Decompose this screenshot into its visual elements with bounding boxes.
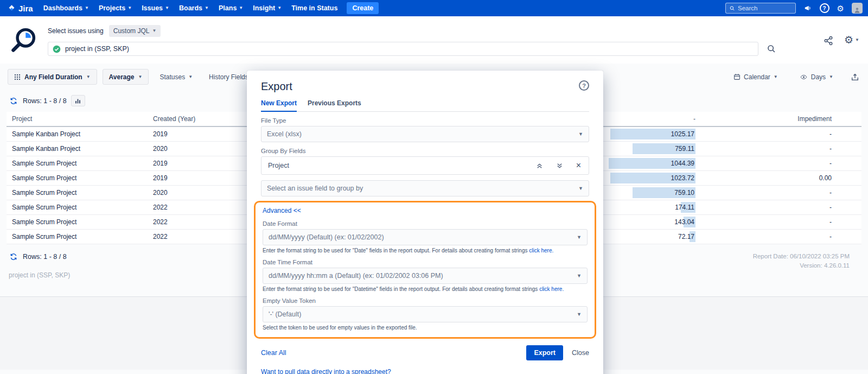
cell-created-year: 2019: [153, 130, 245, 138]
cell-project: Sample Scrum Project: [12, 174, 153, 182]
remove-group-icon[interactable]: ×: [575, 160, 582, 171]
spreadsheet-link[interactable]: Want to pull data directly into a spread…: [261, 368, 391, 374]
share-icon[interactable]: [822, 35, 834, 47]
query-right-cluster: ⚙ ▼: [822, 23, 859, 56]
footer-jql-text: project in (SSP, SKP): [9, 271, 70, 279]
close-button[interactable]: Close: [572, 349, 589, 357]
tab-previous-exports[interactable]: Previous Exports: [308, 99, 361, 111]
col-header-impediment[interactable]: Impediment: [695, 115, 856, 123]
jira-logo[interactable]: Jira: [5, 4, 39, 13]
nav-plans[interactable]: Plans▼: [214, 4, 248, 12]
cell-project: Sample Scrum Project: [12, 218, 153, 226]
chevron-down-icon: ▼: [577, 274, 582, 278]
file-type-select[interactable]: Excel (xlsx) ▼: [261, 126, 589, 142]
field-duration-dropdown[interactable]: Any Field Duration ▼: [8, 69, 97, 85]
datetime-format-select[interactable]: dd/MM/yyyy hh:mm a (Default) (ex: 01/02/…: [263, 268, 588, 284]
user-avatar[interactable]: [852, 3, 863, 14]
cell-value: 759.11: [609, 142, 695, 156]
cell-project: Sample Kanban Project: [12, 145, 153, 153]
run-search-icon[interactable]: [766, 43, 777, 54]
report-settings-dropdown[interactable]: ⚙ ▼: [844, 35, 859, 45]
cell-value: 143.04: [609, 215, 695, 229]
export-icon[interactable]: [850, 72, 860, 83]
create-button[interactable]: Create: [347, 2, 379, 14]
jql-query-input[interactable]: [65, 45, 754, 53]
global-search[interactable]: [725, 3, 796, 14]
date-format-select[interactable]: dd/MM/yyyy (Default) (ex: 01/02/2002) ▼: [263, 229, 588, 245]
export-modal: Export ? New Export Previous Exports Fil…: [247, 71, 603, 374]
cell-project: Sample Scrum Project: [12, 204, 153, 211]
gear-icon: ⚙: [844, 35, 853, 45]
days-units-dropdown[interactable]: Days ▼: [794, 69, 839, 85]
nav-issues[interactable]: Issues▼: [137, 4, 174, 12]
modal-help-icon[interactable]: ?: [579, 80, 589, 91]
help-icon[interactable]: ?: [820, 3, 829, 13]
cell-value: 72.17: [609, 230, 695, 244]
query-section: Select issues using Custom JQL ▼: [0, 16, 868, 64]
rows-count-label-bottom: Rows: 1 - 8 / 8: [23, 253, 67, 261]
valid-check-icon: [53, 45, 61, 53]
cell-value: 1044.39: [609, 156, 695, 170]
date-format-click-here-link[interactable]: click here.: [529, 248, 553, 253]
nav-insight[interactable]: Insight▼: [248, 4, 286, 12]
version-label: Version: 4.26.0.11: [753, 261, 850, 270]
nav-dashboards[interactable]: Dashboards▼: [39, 4, 94, 12]
announcements-icon[interactable]: [802, 3, 813, 13]
chevron-down-icon: ▼: [239, 6, 243, 10]
col-header-value[interactable]: -: [609, 115, 695, 123]
cell-created-year: 2020: [153, 145, 245, 153]
chevron-down-icon: ▼: [855, 38, 859, 42]
empty-token-select[interactable]: '-' (Default) ▼: [263, 306, 588, 322]
report-date-label: Report Date: 06/10/2022 03:25 PM: [753, 252, 850, 261]
datetime-format-label: Date Time Format: [263, 259, 588, 265]
nav-projects[interactable]: Projects▼: [94, 4, 137, 12]
calendar-dropdown[interactable]: Calendar ▼: [728, 69, 783, 85]
global-search-input[interactable]: [738, 5, 792, 11]
page: Jira Dashboards▼ Projects▼ Issues▼ Board…: [0, 0, 868, 374]
chart-view-button[interactable]: [71, 95, 85, 106]
nav-boards[interactable]: Boards▼: [174, 4, 214, 12]
cell-impediment: -: [695, 130, 856, 138]
select-issues-label: Select issues using: [48, 27, 104, 35]
chevron-down-icon: ▼: [165, 6, 169, 10]
advanced-toggle-link[interactable]: Advanced <<: [263, 207, 301, 214]
brand-label: Jira: [18, 4, 33, 13]
cell-created-year: 2022: [153, 233, 245, 240]
cell-impediment: -: [695, 218, 856, 226]
cell-project: Sample Scrum Project: [12, 160, 153, 167]
col-header-project[interactable]: Project: [12, 115, 153, 123]
nav-time-in-status[interactable]: Time in Status: [286, 4, 342, 12]
search-icon: [730, 5, 735, 11]
date-format-helper: Enter the format string to be used for "…: [263, 248, 588, 253]
empty-token-label: Empty Value Token: [263, 297, 588, 304]
cell-project: Sample Scrum Project: [12, 233, 153, 240]
tab-new-export[interactable]: New Export: [261, 99, 297, 112]
top-navigation: Jira Dashboards▼ Projects▼ Issues▼ Board…: [0, 0, 868, 16]
statuses-dropdown[interactable]: Statuses ▼: [154, 69, 198, 85]
empty-token-helper: Select the token to be used for empty va…: [263, 325, 588, 331]
refresh-icon[interactable]: [9, 96, 18, 106]
rows-count-label: Rows: 1 - 8 / 8: [23, 97, 67, 105]
move-top-icon[interactable]: [535, 161, 544, 170]
settings-gear-icon[interactable]: ⚙: [836, 3, 845, 14]
refresh-icon[interactable]: [9, 252, 18, 262]
date-format-label: Date Format: [263, 220, 588, 227]
group-by-label: Group By Fields: [261, 148, 589, 154]
average-dropdown[interactable]: Average ▼: [103, 69, 149, 85]
bar-chart-icon: [74, 98, 81, 104]
grid-icon: [14, 74, 21, 80]
chevron-down-icon: ▼: [152, 29, 156, 33]
group-by-select[interactable]: Select an issue field to group by ▼: [261, 180, 589, 196]
time-in-status-logo-icon: [9, 23, 39, 56]
chevron-down-icon: ▼: [829, 75, 833, 79]
datetime-click-here-link[interactable]: click here.: [539, 286, 564, 292]
export-button[interactable]: Export: [526, 345, 563, 360]
clear-all-link[interactable]: Clear All: [261, 349, 286, 357]
move-bottom-icon[interactable]: [555, 161, 564, 170]
jql-mode-dropdown[interactable]: Custom JQL ▼: [109, 25, 161, 37]
col-header-created-year[interactable]: Created (Year): [153, 115, 245, 123]
cell-project: Sample Scrum Project: [12, 189, 153, 196]
modal-title: Export: [261, 80, 292, 93]
report-meta: Report Date: 06/10/2022 03:25 PM Version…: [753, 252, 859, 279]
jql-input-container: [48, 42, 758, 56]
